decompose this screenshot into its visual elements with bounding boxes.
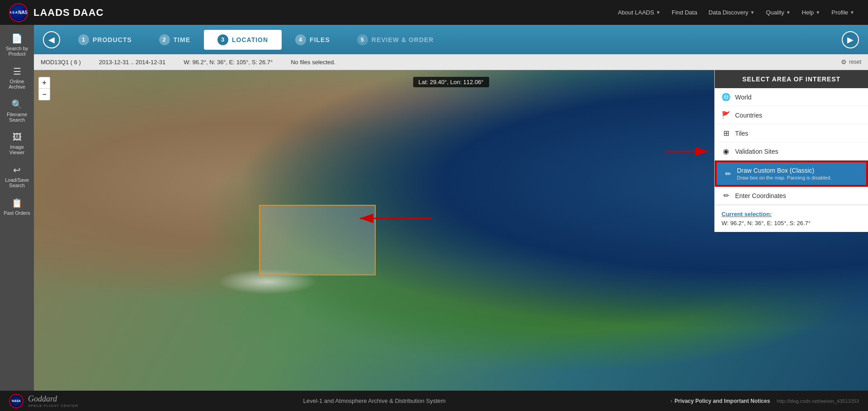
- wizard-forward-button[interactable]: ▶: [842, 31, 859, 48]
- wizard-step-products[interactable]: 1 PRODUCTS: [65, 30, 146, 50]
- sidebar-label-online-archive: Online Archive: [9, 79, 25, 90]
- step-label-files: FILES: [310, 36, 330, 43]
- site-title: LAADS DAAC: [33, 7, 104, 19]
- step-num-1: 1: [78, 34, 89, 45]
- wizard-step-location[interactable]: 3 LOCATION: [204, 30, 282, 50]
- validation-label: Validation Sites: [735, 148, 778, 155]
- product-value: MOD13Q1 ( 6 ): [41, 59, 81, 66]
- location-value: W: 96.2°, N: 36°, E: 105°, S: 26.7°: [184, 59, 273, 66]
- load-save-icon: ↩: [13, 165, 21, 175]
- sidebar-item-search-by-product[interactable]: 📄 Search by Product: [1, 29, 33, 60]
- nav-help[interactable]: Help ▼: [797, 7, 825, 18]
- option-world[interactable]: 🌐 World: [715, 88, 868, 106]
- footer-goddard-text: Goddard SPACE FLIGHT CENTER: [28, 394, 78, 408]
- validation-icon: ◉: [722, 147, 731, 156]
- search-by-product-icon: 📄: [11, 33, 23, 44]
- step-label-products: PRODUCTS: [93, 36, 132, 43]
- option-tiles[interactable]: ⊞ Tiles: [715, 124, 868, 142]
- step-num-2: 2: [159, 34, 170, 45]
- reset-label: reset: [849, 59, 861, 65]
- sidebar-label-load-save: Load/Save Search: [5, 177, 29, 188]
- sidebar-label-filename-search: Filename Search: [7, 112, 27, 123]
- map-area[interactable]: + − Lat: 29.40°, Lon: 112.06° SELECT ARE…: [34, 70, 868, 391]
- enter-coords-label: Enter Coordinates: [735, 192, 786, 199]
- current-coords-value: W: 96.2°, N: 36°, E: 105°, S: 26.7°: [722, 220, 861, 227]
- tiles-label: Tiles: [735, 130, 748, 137]
- draw-custom-icon: ✏: [723, 170, 732, 178]
- nav-links: About LAADS ▼ Find Data Data Discovery ▼…: [613, 7, 859, 18]
- info-product: MOD13Q1 ( 6 ): [41, 59, 81, 66]
- draw-custom-label: Draw Custom Box (Classic): [737, 167, 859, 174]
- countries-option-content: Countries: [735, 112, 861, 119]
- panel-header: SELECT AREA OF INTEREST: [715, 70, 868, 88]
- sidebar-item-past-orders[interactable]: 📋 Past Orders: [1, 194, 33, 219]
- countries-icon: 🚩: [722, 111, 731, 119]
- info-bar: MOD13Q1 ( 6 ) 2013-12-31 .. 2014-12-31 W…: [34, 54, 868, 70]
- reset-icon: ⚙: [841, 58, 847, 66]
- reset-button[interactable]: ⚙ reset: [841, 58, 861, 66]
- nav-find-data[interactable]: Find Data: [667, 7, 702, 18]
- draw-custom-content: Draw Custom Box (Classic) Draw box on th…: [737, 167, 859, 180]
- option-validation-sites[interactable]: ◉ Validation Sites: [715, 142, 868, 161]
- coordinates-display: Lat: 29.40°, Lon: 112.06°: [413, 77, 489, 87]
- discovery-dropdown-icon: ▼: [750, 10, 755, 15]
- goddard-logo-text: Goddard: [28, 394, 57, 403]
- step-num-4: 4: [295, 34, 306, 45]
- filename-search-icon: 🔍: [11, 99, 23, 110]
- nav-data-discovery[interactable]: Data Discovery ▼: [704, 7, 759, 18]
- step-num-5: 5: [357, 34, 368, 45]
- info-time: 2013-12-31 .. 2014-12-31: [99, 59, 165, 66]
- enter-coords-content: Enter Coordinates: [735, 192, 861, 199]
- zoom-out-button[interactable]: −: [38, 89, 50, 100]
- option-draw-custom[interactable]: ✏ Draw Custom Box (Classic) Draw box on …: [716, 161, 867, 186]
- sidebar-item-filename-search[interactable]: 🔍 Filename Search: [1, 95, 33, 126]
- sidebar-label-search-product: Search by Product: [6, 46, 28, 57]
- world-icon: 🌐: [722, 93, 731, 101]
- sidebar-label-past-orders: Past Orders: [4, 210, 30, 216]
- step-label-location: LOCATION: [232, 36, 268, 43]
- footer-url: http://blog.csdn.net/weixin_43513353: [777, 398, 859, 404]
- draw-custom-sublabel: Draw box on the map. Panning is disabled…: [737, 175, 859, 180]
- option-enter-coordinates[interactable]: ✏ Enter Coordinates: [715, 187, 868, 205]
- footer-center-text: Level-1 and Atmosphere Archive & Distrib…: [78, 397, 670, 404]
- zoom-in-button[interactable]: +: [38, 77, 50, 89]
- wizard-step-files[interactable]: 4 FILES: [282, 30, 344, 50]
- files-value: No files selected.: [291, 59, 335, 66]
- help-dropdown-icon: ▼: [816, 10, 820, 15]
- sidebar: 📄 Search by Product ☰ Online Archive 🔍 F…: [0, 25, 34, 391]
- step-num-3: 3: [217, 34, 228, 45]
- quality-dropdown-icon: ▼: [786, 10, 791, 15]
- info-files: No files selected.: [291, 59, 335, 66]
- world-option-content: World: [735, 94, 861, 101]
- tiles-icon: ⊞: [722, 129, 731, 137]
- step-label-time: TIME: [174, 36, 190, 43]
- footer-arrow: ›: [670, 398, 672, 404]
- nasa-logo: NASA: [9, 3, 28, 22]
- time-value: 2013-12-31 .. 2014-12-31: [99, 59, 165, 66]
- profile-dropdown-icon: ▼: [850, 10, 854, 15]
- past-orders-icon: 📋: [11, 198, 23, 208]
- world-label: World: [735, 94, 751, 101]
- wizard-step-review[interactable]: 5 REVIEW & ORDER: [344, 30, 448, 50]
- sidebar-item-online-archive[interactable]: ☰ Online Archive: [1, 62, 33, 93]
- nav-about-laads[interactable]: About LAADS ▼: [613, 7, 665, 18]
- image-viewer-icon: 🖼: [13, 132, 22, 142]
- select-area-panel: SELECT AREA OF INTEREST 🌐 World 🚩 Countr…: [714, 70, 868, 232]
- sidebar-item-load-save[interactable]: ↩ Load/Save Search: [1, 161, 33, 192]
- nav-profile[interactable]: Profile ▼: [827, 7, 859, 18]
- footer: NASA Goddard SPACE FLIGHT CENTER Level-1…: [0, 391, 868, 411]
- sidebar-label-image-viewer: Image Viewer: [9, 144, 24, 155]
- top-navigation: NASA LAADS DAAC About LAADS ▼ Find Data …: [0, 0, 868, 25]
- privacy-policy-link[interactable]: Privacy Policy and Important Notices: [675, 398, 770, 404]
- option-countries[interactable]: 🚩 Countries: [715, 106, 868, 124]
- logo-area: NASA LAADS DAAC: [9, 3, 104, 22]
- coords-text: Lat: 29.40°, Lon: 112.06°: [418, 79, 483, 85]
- map-selection-box[interactable]: [259, 205, 376, 275]
- sidebar-item-image-viewer[interactable]: 🖼 Image Viewer: [1, 128, 33, 159]
- enter-coords-icon: ✏: [722, 191, 731, 200]
- footer-nasa-logo: NASA: [9, 394, 24, 408]
- nav-quality[interactable]: Quality ▼: [761, 7, 795, 18]
- wizard-step-time[interactable]: 2 TIME: [146, 30, 204, 50]
- space-flight-center-text: SPACE FLIGHT CENTER: [28, 404, 78, 408]
- wizard-back-button[interactable]: ◀: [43, 31, 60, 48]
